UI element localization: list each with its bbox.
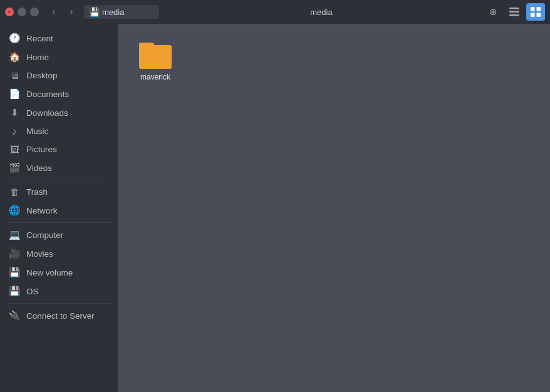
sidebar-label-home: Home bbox=[26, 53, 49, 62]
separator-1 bbox=[6, 180, 112, 180]
sidebar-item-movies[interactable]: 🎥 Movies bbox=[0, 244, 118, 263]
sidebar-item-network[interactable]: 🌐 Network bbox=[0, 201, 118, 220]
folder-label: maverick bbox=[140, 73, 170, 81]
svg-rect-6 bbox=[537, 13, 541, 18]
desktop-icon: 🖥 bbox=[9, 70, 20, 81]
sidebar-item-documents[interactable]: 📄 Documents bbox=[0, 85, 118, 103]
computer-icon: 💻 bbox=[9, 229, 20, 240]
sidebar-label-connect: Connect to Server bbox=[26, 311, 95, 321]
svg-rect-2 bbox=[509, 14, 519, 16]
sidebar-label-newvolume: New volume bbox=[26, 268, 73, 277]
window-controls: × bbox=[5, 8, 39, 16]
svg-rect-1 bbox=[509, 11, 519, 13]
close-button[interactable]: × bbox=[5, 8, 14, 16]
network-icon: 🌐 bbox=[9, 205, 20, 216]
back-button[interactable]: ‹ bbox=[46, 4, 61, 19]
sidebar-item-desktop[interactable]: 🖥 Desktop bbox=[0, 66, 118, 85]
svg-rect-0 bbox=[509, 8, 519, 9]
documents-icon: 📄 bbox=[9, 88, 20, 100]
newvolume-icon: 💾 bbox=[9, 267, 20, 278]
toolbar-right: ⊕ bbox=[484, 3, 545, 21]
locate-button[interactable]: ⊕ bbox=[484, 3, 502, 21]
downloads-icon: ⬇ bbox=[9, 107, 20, 118]
sidebar: 🕐 Recent 🏠 Home 🖥 Desktop 📄 Documents ⬇ … bbox=[0, 24, 118, 392]
sidebar-item-trash[interactable]: 🗑 Trash bbox=[0, 183, 118, 201]
breadcrumb-label: media bbox=[102, 8, 124, 17]
minimize-button[interactable] bbox=[18, 8, 26, 16]
movies-icon: 🎥 bbox=[9, 248, 20, 259]
sidebar-label-desktop: Desktop bbox=[26, 71, 58, 80]
nav-arrows: ‹ › bbox=[46, 4, 79, 19]
pictures-icon: 🖼 bbox=[9, 144, 20, 155]
sidebar-label-documents: Documents bbox=[26, 90, 69, 99]
trash-icon: 🗑 bbox=[9, 187, 20, 197]
sidebar-item-pictures[interactable]: 🖼 Pictures bbox=[0, 140, 118, 158]
sidebar-item-recent[interactable]: 🕐 Recent bbox=[0, 29, 118, 48]
sidebar-label-music: Music bbox=[26, 126, 48, 136]
maximize-button[interactable] bbox=[30, 8, 39, 16]
svg-rect-4 bbox=[537, 7, 541, 11]
videos-icon: 🎬 bbox=[9, 162, 20, 173]
sidebar-item-downloads[interactable]: ⬇ Downloads bbox=[0, 103, 118, 122]
folder-maverick[interactable]: maverick bbox=[130, 36, 180, 86]
music-icon: ♪ bbox=[9, 126, 20, 137]
window-title: media bbox=[164, 8, 479, 17]
breadcrumb-icon: 💾 bbox=[89, 7, 100, 17]
sidebar-label-pictures: Pictures bbox=[26, 145, 57, 154]
separator-3 bbox=[6, 303, 112, 304]
sidebar-label-movies: Movies bbox=[26, 249, 53, 259]
sidebar-item-videos[interactable]: 🎬 Videos bbox=[0, 158, 118, 177]
sidebar-label-trash: Trash bbox=[26, 187, 48, 197]
sidebar-label-computer: Computer bbox=[26, 230, 63, 240]
sidebar-item-music[interactable]: ♪ Music bbox=[0, 122, 118, 140]
sidebar-item-os[interactable]: 💾 OS bbox=[0, 282, 118, 301]
folder-icon bbox=[139, 41, 172, 69]
sidebar-label-recent: Recent bbox=[26, 34, 53, 43]
separator-2 bbox=[6, 222, 112, 223]
list-view-button[interactable] bbox=[505, 3, 524, 21]
sidebar-label-downloads: Downloads bbox=[26, 108, 68, 118]
main-layout: 🕐 Recent 🏠 Home 🖥 Desktop 📄 Documents ⬇ … bbox=[0, 24, 550, 392]
sidebar-item-connect[interactable]: 🔌 Connect to Server bbox=[0, 306, 118, 325]
os-icon: 💾 bbox=[9, 286, 20, 297]
svg-rect-3 bbox=[531, 7, 535, 11]
sidebar-label-videos: Videos bbox=[26, 163, 52, 173]
sidebar-label-os: OS bbox=[26, 287, 39, 296]
titlebar: × ‹ › 💾 media media ⊕ bbox=[0, 0, 550, 24]
connect-icon: 🔌 bbox=[9, 310, 20, 321]
content-area: maverick bbox=[118, 24, 550, 392]
forward-button[interactable]: › bbox=[64, 4, 79, 19]
sidebar-item-home[interactable]: 🏠 Home bbox=[0, 48, 118, 66]
home-icon: 🏠 bbox=[9, 51, 20, 63]
breadcrumb[interactable]: 💾 media bbox=[84, 5, 159, 19]
svg-rect-5 bbox=[531, 13, 535, 18]
recent-icon: 🕐 bbox=[9, 33, 20, 44]
sidebar-label-network: Network bbox=[26, 206, 58, 215]
grid-view-button[interactable] bbox=[526, 3, 545, 21]
sidebar-item-computer[interactable]: 💻 Computer bbox=[0, 225, 118, 244]
sidebar-item-newvolume[interactable]: 💾 New volume bbox=[0, 263, 118, 282]
